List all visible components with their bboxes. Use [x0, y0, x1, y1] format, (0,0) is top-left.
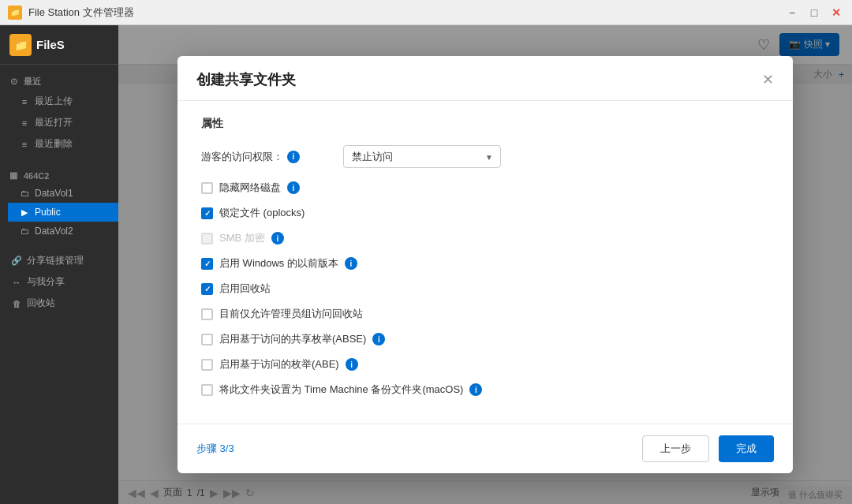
checkbox-admin-only-recycle-input[interactable] [201, 308, 213, 320]
maximize-button[interactable]: □ [806, 5, 822, 21]
checkboxes-container: 隐藏网络磁盘 i 锁定文件 (oplocks) SMB 加密 i [201, 181, 769, 397]
modal-header: 创建共享文件夹 ✕ [178, 56, 793, 101]
sidebar-item-share-link[interactable]: 🔗 分享链接管理 [0, 250, 118, 271]
abe-info-icon[interactable]: i [346, 358, 358, 371]
file-icon: ≡ [19, 97, 30, 106]
guest-access-row: 游客的访问权限： i 禁止访问 只读 可读写 ▼ [201, 145, 769, 168]
clock-icon: ⊙ [8, 77, 19, 87]
sidebar-sub-drives: 🗀 DataVol1 ▶ Public 🗀 DataVol2 [0, 184, 118, 241]
guest-access-info-icon[interactable]: i [287, 151, 300, 163]
main-area: ♡ 📷 快照 ▾ 大小 + ◀◀ ◀ 页面 1 /1 ▶ ▶▶ ↻ 显示项目: … [118, 25, 852, 504]
checkbox-admin-only-recycle: 目前仅允许管理员组访问回收站 [201, 307, 769, 321]
checkbox-time-machine: 将此文件夹设置为 Time Machine 备份文件夹(macOS) i [201, 383, 769, 397]
sidebar-item-recent-delete[interactable]: ≡ 最近删除 [8, 133, 118, 155]
sidebar-section-other: 🔗 分享链接管理 ↔ 与我分享 🗑 回收站 [0, 245, 118, 319]
checkbox-hide-network-drive: 隐藏网络磁盘 i [201, 181, 769, 195]
smb-encrypt-info-icon[interactable]: i [271, 232, 284, 245]
sidebar-header-recent: ⊙ 最近 [0, 69, 118, 91]
logo-icon: 📁 [9, 34, 32, 56]
sidebar-item-shared-with-me[interactable]: ↔ 与我分享 [0, 271, 118, 293]
checkbox-smb-encrypt: SMB 加密 i [201, 231, 769, 245]
sidebar: 📁 FileS ⊙ 最近 ≡ 最近上传 ≡ 最近打开 ≡ 最近删除 [0, 25, 118, 504]
checkbox-time-machine-input[interactable] [201, 384, 213, 396]
sidebar-item-recycle[interactable]: 🗑 回收站 [0, 293, 118, 314]
title-bar-text: File Station 文件管理器 [28, 6, 134, 20]
guest-access-label: 游客的访问权限： i [201, 150, 343, 164]
checkbox-enable-windows-prev-input[interactable] [201, 258, 213, 270]
modal-footer: 步骤 3/3 上一步 完成 [178, 424, 793, 473]
guest-access-select[interactable]: 禁止访问 只读 可读写 [343, 145, 501, 168]
title-bar: 📁 File Station 文件管理器 − □ ✕ [0, 0, 852, 25]
modal-overlay: 创建共享文件夹 ✕ 属性 游客的访问权限： i [118, 25, 852, 504]
folder-icon2: 🗀 [19, 226, 30, 236]
abse-info-icon[interactable]: i [372, 333, 385, 345]
checkbox-enable-windows-prev: 启用 Windows 的以前版本 i [201, 256, 769, 271]
checkbox-enable-abe: 启用基于访问的枚举(ABE) i [201, 357, 769, 371]
checkbox-enable-abse-input[interactable] [201, 334, 213, 345]
section-title: 属性 [201, 117, 769, 131]
modal-body: 属性 游客的访问权限： i 禁止访问 只读 可读 [178, 101, 793, 424]
guest-access-control: 禁止访问 只读 可读写 ▼ [343, 145, 769, 168]
sidebar-sub-recent: ≡ 最近上传 ≡ 最近打开 ≡ 最近删除 [0, 91, 118, 155]
sidebar-item-datavol1[interactable]: 🗀 DataVol1 [8, 184, 118, 203]
window-controls: − □ ✕ [784, 5, 844, 21]
folder-open-icon: ▶ [19, 207, 30, 218]
sidebar-section-drives: ▦ 464C2 🗀 DataVol1 ▶ Public 🗀 DataVol2 [0, 159, 118, 245]
time-machine-info-icon[interactable]: i [469, 383, 482, 396]
checkbox-enable-recycle: 启用回收站 [201, 282, 769, 296]
checkbox-enable-abe-input[interactable] [201, 359, 213, 371]
sidebar-item-recent-upload[interactable]: ≡ 最近上传 [8, 91, 118, 112]
sidebar-item-public[interactable]: ▶ Public [8, 203, 118, 222]
sidebar-section-recent: ⊙ 最近 ≡ 最近上传 ≡ 最近打开 ≡ 最近删除 [0, 65, 118, 159]
checkbox-smb-encrypt-input [201, 233, 213, 245]
checkbox-lock-file: 锁定文件 (oplocks) [201, 206, 769, 220]
sidebar-logo: 📁 FileS [0, 25, 118, 65]
link-icon: 🔗 [11, 256, 22, 266]
file-icon3: ≡ [19, 140, 30, 149]
prev-step-button[interactable]: 上一步 [642, 435, 709, 462]
checkbox-hide-network-drive-input[interactable] [201, 182, 213, 194]
guest-access-select-wrapper: 禁止访问 只读 可读写 ▼ [343, 145, 501, 168]
drive-icon: ▦ [8, 170, 19, 181]
create-share-folder-dialog: 创建共享文件夹 ✕ 属性 游客的访问权限： i [178, 56, 793, 473]
sidebar-header-drives: ▦ 464C2 [0, 164, 118, 184]
modal-close-button[interactable]: ✕ [762, 73, 774, 87]
modal-title: 创建共享文件夹 [196, 70, 296, 89]
windows-prev-info-icon[interactable]: i [345, 257, 357, 270]
folder-icon: 🗀 [19, 189, 30, 198]
sidebar-item-recent-open[interactable]: ≡ 最近打开 [8, 112, 118, 133]
app-container: 📁 FileS ⊙ 最近 ≡ 最近上传 ≡ 最近打开 ≡ 最近删除 [0, 25, 852, 504]
checkbox-enable-abse: 启用基于访问的共享枚举(ABSE) i [201, 332, 769, 346]
minimize-button[interactable]: − [784, 5, 800, 21]
close-button[interactable]: ✕ [828, 5, 844, 21]
file-icon2: ≡ [19, 118, 30, 128]
checkbox-enable-recycle-input[interactable] [201, 283, 213, 295]
hide-network-drive-info-icon[interactable]: i [287, 181, 300, 194]
step-info: 步骤 3/3 [196, 442, 234, 456]
recycle-icon: 🗑 [11, 299, 22, 308]
checkbox-lock-file-input[interactable] [201, 207, 213, 219]
finish-button[interactable]: 完成 [719, 435, 774, 462]
sidebar-item-datavol2[interactable]: 🗀 DataVol2 [8, 222, 118, 241]
share-icon: ↔ [11, 278, 22, 287]
footer-buttons: 上一步 完成 [642, 435, 774, 462]
logo-text: FileS [36, 38, 65, 51]
app-icon: 📁 [8, 6, 22, 20]
